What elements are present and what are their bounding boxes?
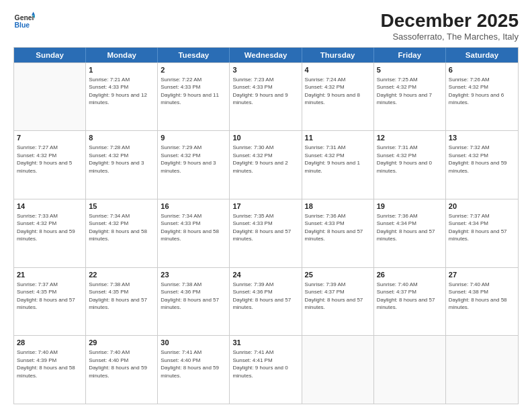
day-number: 19 — [377, 201, 443, 212]
cal-cell-4-3: 31Sunrise: 7:41 AMSunset: 4:41 PMDayligh… — [230, 336, 302, 404]
cal-cell-0-6: 6Sunrise: 7:26 AMSunset: 4:32 PMDaylight… — [446, 63, 518, 131]
header-thursday: Thursday — [302, 48, 374, 62]
cell-info: Sunrise: 7:26 AMSunset: 4:32 PMDaylight:… — [449, 77, 504, 105]
cal-cell-1-5: 12Sunrise: 7:31 AMSunset: 4:32 PMDayligh… — [374, 131, 446, 199]
cal-row-2: 14Sunrise: 7:33 AMSunset: 4:32 PMDayligh… — [14, 199, 518, 267]
calendar: Sunday Monday Tuesday Wednesday Thursday… — [13, 47, 519, 404]
logo: General Blue — [13, 11, 35, 32]
day-number: 10 — [232, 133, 298, 143]
day-number: 18 — [305, 201, 371, 212]
cal-cell-2-3: 17Sunrise: 7:35 AMSunset: 4:33 PMDayligh… — [230, 199, 302, 267]
cell-info: Sunrise: 7:27 AMSunset: 4:32 PMDaylight:… — [17, 144, 72, 173]
cal-cell-0-3: 3Sunrise: 7:23 AMSunset: 4:33 PMDaylight… — [230, 63, 302, 131]
cell-info: Sunrise: 7:21 AMSunset: 4:33 PMDaylight:… — [89, 77, 147, 105]
day-number: 20 — [449, 201, 515, 212]
month-title: December 2025 — [381, 11, 519, 32]
cal-cell-0-2: 2Sunrise: 7:22 AMSunset: 4:33 PMDaylight… — [158, 63, 230, 131]
svg-marker-2 — [32, 12, 35, 15]
cell-info: Sunrise: 7:41 AMSunset: 4:40 PMDaylight:… — [161, 349, 219, 378]
cal-cell-2-5: 19Sunrise: 7:36 AMSunset: 4:34 PMDayligh… — [374, 199, 446, 267]
day-number: 29 — [89, 338, 154, 348]
day-number: 5 — [377, 65, 443, 75]
cal-cell-2-6: 20Sunrise: 7:37 AMSunset: 4:34 PMDayligh… — [446, 199, 518, 267]
cell-info: Sunrise: 7:31 AMSunset: 4:32 PMDaylight:… — [377, 144, 432, 173]
cal-cell-3-4: 25Sunrise: 7:39 AMSunset: 4:37 PMDayligh… — [302, 268, 374, 336]
cal-cell-4-2: 30Sunrise: 7:41 AMSunset: 4:40 PMDayligh… — [158, 336, 230, 404]
cal-cell-2-1: 15Sunrise: 7:34 AMSunset: 4:32 PMDayligh… — [86, 199, 158, 267]
logo-icon: General Blue — [13, 11, 35, 32]
day-number: 23 — [161, 270, 226, 280]
cell-info: Sunrise: 7:24 AMSunset: 4:32 PMDaylight:… — [305, 77, 360, 105]
day-number: 25 — [305, 270, 371, 280]
cell-info: Sunrise: 7:34 AMSunset: 4:32 PMDaylight:… — [89, 213, 147, 242]
cell-info: Sunrise: 7:35 AMSunset: 4:33 PMDaylight:… — [232, 213, 291, 242]
title-block: December 2025 Sassoferrato, The Marches,… — [381, 11, 519, 42]
cal-cell-4-6 — [446, 336, 518, 404]
day-number: 17 — [232, 201, 298, 212]
svg-text:General: General — [15, 14, 35, 21]
cal-cell-1-2: 9Sunrise: 7:29 AMSunset: 4:32 PMDaylight… — [158, 131, 230, 199]
day-number: 9 — [161, 133, 226, 143]
cal-cell-3-6: 27Sunrise: 7:40 AMSunset: 4:38 PMDayligh… — [446, 268, 518, 336]
cell-info: Sunrise: 7:40 AMSunset: 4:40 PMDaylight:… — [89, 349, 147, 378]
day-number: 26 — [377, 270, 443, 280]
cal-cell-0-5: 5Sunrise: 7:25 AMSunset: 4:32 PMDaylight… — [374, 63, 446, 131]
cal-cell-4-4 — [302, 336, 374, 404]
cell-info: Sunrise: 7:37 AMSunset: 4:35 PMDaylight:… — [17, 281, 75, 310]
calendar-body: 1Sunrise: 7:21 AMSunset: 4:33 PMDaylight… — [14, 62, 518, 404]
day-number: 3 — [232, 65, 298, 75]
cal-cell-0-0 — [14, 63, 86, 131]
cell-info: Sunrise: 7:22 AMSunset: 4:33 PMDaylight:… — [161, 77, 219, 105]
header-tuesday: Tuesday — [158, 48, 230, 62]
day-number: 6 — [449, 65, 515, 75]
day-number: 12 — [377, 133, 443, 143]
day-number: 8 — [89, 133, 154, 143]
cell-info: Sunrise: 7:31 AMSunset: 4:32 PMDaylight:… — [305, 144, 360, 173]
cell-info: Sunrise: 7:30 AMSunset: 4:32 PMDaylight:… — [232, 144, 287, 173]
cal-row-3: 21Sunrise: 7:37 AMSunset: 4:35 PMDayligh… — [14, 267, 518, 336]
day-number: 31 — [232, 338, 298, 348]
header-friday: Friday — [374, 48, 446, 62]
cal-cell-1-1: 8Sunrise: 7:28 AMSunset: 4:32 PMDaylight… — [86, 131, 158, 199]
day-number: 27 — [449, 270, 515, 280]
cell-info: Sunrise: 7:37 AMSunset: 4:34 PMDaylight:… — [449, 213, 507, 242]
cal-cell-3-5: 26Sunrise: 7:40 AMSunset: 4:37 PMDayligh… — [374, 268, 446, 336]
cell-info: Sunrise: 7:34 AMSunset: 4:33 PMDaylight:… — [161, 213, 219, 242]
svg-text:Blue: Blue — [15, 21, 30, 29]
cal-cell-3-0: 21Sunrise: 7:37 AMSunset: 4:35 PMDayligh… — [14, 268, 86, 336]
day-number: 28 — [17, 338, 83, 348]
cal-cell-3-1: 22Sunrise: 7:38 AMSunset: 4:35 PMDayligh… — [86, 268, 158, 336]
cal-row-1: 7Sunrise: 7:27 AMSunset: 4:32 PMDaylight… — [14, 130, 518, 199]
cal-cell-0-1: 1Sunrise: 7:21 AMSunset: 4:33 PMDaylight… — [86, 63, 158, 131]
cell-info: Sunrise: 7:36 AMSunset: 4:33 PMDaylight:… — [305, 213, 363, 242]
header-monday: Monday — [86, 48, 158, 62]
cell-info: Sunrise: 7:41 AMSunset: 4:41 PMDaylight:… — [232, 349, 287, 378]
day-number: 22 — [89, 270, 154, 280]
cell-info: Sunrise: 7:40 AMSunset: 4:38 PMDaylight:… — [449, 281, 507, 310]
cal-cell-0-4: 4Sunrise: 7:24 AMSunset: 4:32 PMDaylight… — [302, 63, 374, 131]
cell-info: Sunrise: 7:32 AMSunset: 4:32 PMDaylight:… — [449, 144, 507, 173]
cal-cell-1-4: 11Sunrise: 7:31 AMSunset: 4:32 PMDayligh… — [302, 131, 374, 199]
cell-info: Sunrise: 7:25 AMSunset: 4:32 PMDaylight:… — [377, 77, 432, 105]
calendar-header: Sunday Monday Tuesday Wednesday Thursday… — [14, 48, 518, 62]
subtitle: Sassoferrato, The Marches, Italy — [381, 32, 519, 42]
cell-info: Sunrise: 7:39 AMSunset: 4:36 PMDaylight:… — [232, 281, 291, 310]
day-number: 14 — [17, 201, 83, 212]
cal-cell-1-6: 13Sunrise: 7:32 AMSunset: 4:32 PMDayligh… — [446, 131, 518, 199]
cal-cell-4-1: 29Sunrise: 7:40 AMSunset: 4:40 PMDayligh… — [86, 336, 158, 404]
cal-row-4: 28Sunrise: 7:40 AMSunset: 4:39 PMDayligh… — [14, 335, 518, 404]
day-number: 16 — [161, 201, 226, 212]
day-number: 21 — [17, 270, 83, 280]
cell-info: Sunrise: 7:36 AMSunset: 4:34 PMDaylight:… — [377, 213, 435, 242]
header-sunday: Sunday — [14, 48, 86, 62]
header-saturday: Saturday — [446, 48, 518, 62]
cal-cell-3-2: 23Sunrise: 7:38 AMSunset: 4:36 PMDayligh… — [158, 268, 230, 336]
day-number: 24 — [232, 270, 298, 280]
cell-info: Sunrise: 7:33 AMSunset: 4:32 PMDaylight:… — [17, 213, 75, 242]
day-number: 11 — [305, 133, 371, 143]
cell-info: Sunrise: 7:39 AMSunset: 4:37 PMDaylight:… — [305, 281, 363, 310]
cell-info: Sunrise: 7:40 AMSunset: 4:39 PMDaylight:… — [17, 349, 75, 378]
page: General Blue December 2025 Sassoferrato,… — [0, 0, 532, 411]
day-number: 30 — [161, 338, 226, 348]
day-number: 7 — [17, 133, 83, 143]
